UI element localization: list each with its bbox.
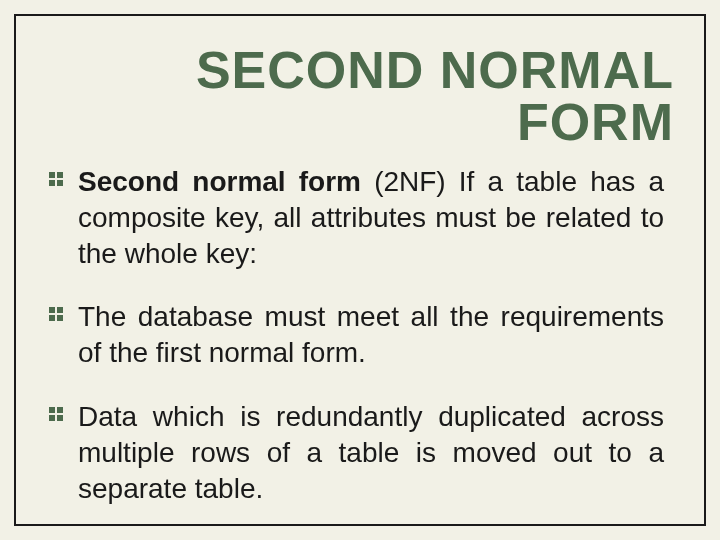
- list-item: Second normal form (2NF) If a table has …: [78, 164, 664, 271]
- svg-rect-6: [49, 315, 55, 321]
- svg-rect-2: [49, 180, 55, 186]
- svg-rect-7: [57, 315, 63, 321]
- svg-rect-4: [49, 307, 55, 313]
- list-item: Data which is redundantly duplicated acr…: [78, 399, 664, 506]
- svg-rect-11: [57, 415, 63, 421]
- svg-rect-3: [57, 180, 63, 186]
- bullet-icon: [48, 306, 64, 322]
- svg-rect-5: [57, 307, 63, 313]
- svg-rect-10: [49, 415, 55, 421]
- bullet-list: Second normal form (2NF) If a table has …: [16, 158, 704, 507]
- item-text: The database must meet all the requireme…: [78, 301, 664, 368]
- svg-rect-9: [57, 407, 63, 413]
- svg-rect-8: [49, 407, 55, 413]
- bullet-icon: [48, 406, 64, 422]
- slide-frame: SECOND NORMAL FORM Second normal form (2…: [14, 14, 706, 526]
- svg-rect-0: [49, 172, 55, 178]
- bullet-icon: [48, 171, 64, 187]
- item-text: Data which is redundantly duplicated acr…: [78, 401, 664, 504]
- slide-title: SECOND NORMAL FORM: [16, 16, 704, 158]
- svg-rect-1: [57, 172, 63, 178]
- list-item: The database must meet all the requireme…: [78, 299, 664, 371]
- bold-lead: Second normal form: [78, 166, 361, 197]
